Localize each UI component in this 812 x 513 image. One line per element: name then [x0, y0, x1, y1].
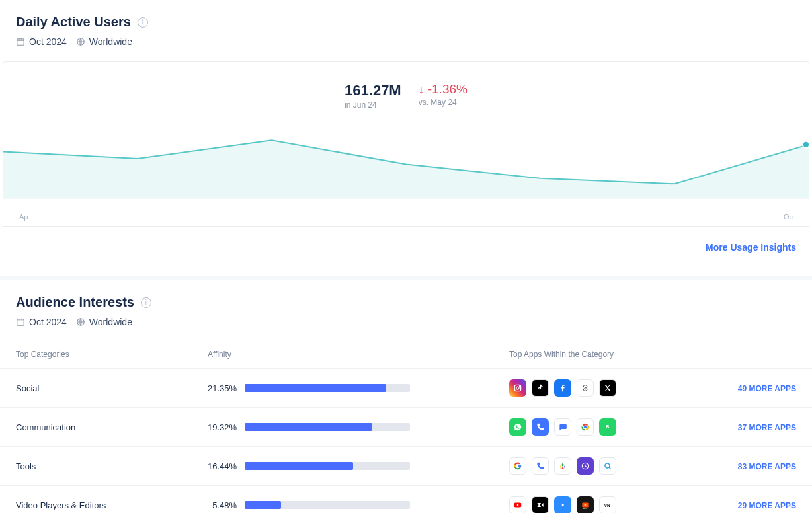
affinity-pct: 5.48%	[208, 500, 237, 510]
globe-icon	[76, 317, 85, 327]
more-apps-link[interactable]: 37 MORE APPS	[738, 423, 796, 432]
tiktok-icon[interactable]	[532, 379, 549, 397]
x-label-end: Oc	[784, 213, 793, 221]
region-label: Worldwide	[89, 36, 132, 47]
audience-table: Top Categories Affinity Top Apps Within …	[0, 333, 812, 513]
dau-value-block: 161.27M in Jun 24	[345, 82, 401, 110]
dau-change-block: ↓ -1.36% vs. May 24	[419, 82, 467, 110]
svg-point-8	[519, 386, 520, 387]
table-row: Tools16.44%83 MORE APPS	[0, 447, 812, 486]
calendar-icon	[16, 37, 25, 46]
svg-text:B: B	[606, 424, 610, 429]
affinity-pct: 21.35%	[208, 383, 237, 393]
audience-filters: Oct 2024 Worldwide	[16, 317, 796, 327]
youtube-icon[interactable]	[509, 496, 526, 513]
x-icon[interactable]	[599, 379, 616, 397]
facebook-icon[interactable]	[554, 379, 571, 397]
more-apps-cell: 83 MORE APPS	[700, 447, 812, 486]
dau-section: Daily Active Users i Oct 2024 Worldwide …	[0, 0, 812, 268]
dau-change-sub: vs. May 24	[419, 98, 467, 107]
col-categories: Top Categories	[0, 333, 192, 369]
truecaller-icon[interactable]	[532, 418, 549, 436]
dau-value: 161.27M	[345, 82, 401, 99]
top-apps-cell	[493, 369, 700, 408]
svg-text:VN: VN	[604, 503, 610, 508]
svg-rect-4	[17, 319, 24, 325]
top-apps-cell: PLAYVN	[493, 486, 700, 514]
dau-title: Daily Active Users	[16, 15, 131, 30]
top-apps-cell: B	[493, 408, 700, 447]
instagram-icon[interactable]	[509, 379, 526, 397]
top-apps-cell	[493, 447, 700, 486]
category-cell[interactable]: Tools	[0, 447, 192, 486]
more-apps-cell: 49 MORE APPS	[700, 369, 812, 408]
affinity-bar	[245, 501, 410, 509]
google-icon[interactable]	[509, 457, 526, 475]
info-icon[interactable]: i	[141, 297, 151, 308]
more-apps-cell: 29 MORE APPS	[700, 486, 812, 514]
category-cell[interactable]: Communication	[0, 408, 192, 447]
affinity-bar	[245, 384, 410, 392]
dau-footer: More Usage Insights	[0, 227, 812, 268]
play-services-icon[interactable]	[554, 457, 571, 475]
audience-title-row: Audience Interests i	[16, 295, 796, 310]
messages-icon[interactable]	[554, 418, 571, 436]
region-filter[interactable]: Worldwide	[76, 36, 132, 47]
affinity-bar	[245, 462, 410, 470]
svg-point-7	[516, 387, 519, 389]
col-affinity: Affinity	[192, 333, 493, 369]
affinity-cell: 19.32%	[192, 408, 493, 447]
dau-change-pct: -1.36%	[428, 82, 467, 97]
region-filter[interactable]: Worldwide	[76, 317, 132, 327]
date-range-label: Oct 2024	[29, 36, 67, 47]
audience-header: Audience Interests i Oct 2024 Worldwide	[0, 280, 812, 333]
svg-point-3	[803, 141, 809, 148]
dau-chart-header: 161.27M in Jun 24 ↓ -1.36% vs. May 24	[3, 62, 809, 114]
affinity-cell: 5.48%	[192, 486, 493, 514]
svg-text:PLAY: PLAY	[583, 508, 587, 509]
more-apps-link[interactable]: 29 MORE APPS	[738, 501, 796, 510]
date-range-label: Oct 2024	[29, 317, 67, 327]
region-label: Worldwide	[89, 317, 132, 327]
playit-icon[interactable]: PLAY	[577, 496, 594, 513]
capcut-icon[interactable]	[532, 496, 549, 513]
whatsapp-business-icon[interactable]: B	[599, 418, 616, 436]
phone-icon[interactable]	[532, 457, 549, 475]
audience-section: Audience Interests i Oct 2024 Worldwide …	[0, 280, 812, 513]
arrow-down-icon: ↓	[419, 84, 424, 96]
calendar-icon	[16, 317, 25, 327]
table-row: Video Players & Editors5.48%PLAYVN29 MOR…	[0, 486, 812, 514]
threads-icon[interactable]	[577, 379, 594, 397]
date-filter[interactable]: Oct 2024	[16, 317, 67, 327]
affinity-bar	[245, 423, 410, 431]
chrome-icon[interactable]	[577, 418, 594, 436]
info-icon[interactable]: i	[138, 17, 148, 28]
search-lite-icon[interactable]	[599, 457, 616, 475]
svg-rect-0	[17, 39, 24, 45]
col-top-apps: Top Apps Within the Category	[493, 333, 700, 369]
svg-point-14	[605, 463, 610, 468]
more-apps-link[interactable]: 49 MORE APPS	[738, 384, 796, 393]
category-cell[interactable]: Social	[0, 369, 192, 408]
affinity-pct: 16.44%	[208, 461, 237, 471]
mx-player-icon[interactable]	[554, 496, 571, 513]
more-apps-cell: 37 MORE APPS	[700, 408, 812, 447]
svg-point-10	[584, 426, 587, 429]
whatsapp-icon[interactable]	[509, 418, 526, 436]
dau-change: ↓ -1.36%	[419, 82, 467, 97]
affinity-cell: 16.44%	[192, 447, 493, 486]
dau-x-labels: Ap Oc	[3, 210, 809, 226]
category-cell[interactable]: Video Players & Editors	[0, 486, 192, 514]
date-filter[interactable]: Oct 2024	[16, 36, 67, 47]
dau-chart	[3, 111, 809, 210]
dau-chart-card: 161.27M in Jun 24 ↓ -1.36% vs. May 24 Ap…	[3, 61, 809, 227]
vn-icon[interactable]: VN	[599, 496, 616, 513]
more-apps-link[interactable]: 83 MORE APPS	[738, 462, 796, 471]
x-label-start: Ap	[19, 213, 28, 221]
more-usage-link[interactable]: More Usage Insights	[706, 242, 796, 253]
table-row: Communication19.32%B37 MORE APPS	[0, 408, 812, 447]
audience-title: Audience Interests	[16, 295, 134, 310]
col-more	[700, 333, 812, 369]
affinity-pct: 19.32%	[208, 422, 237, 432]
clock-icon[interactable]	[577, 457, 594, 475]
